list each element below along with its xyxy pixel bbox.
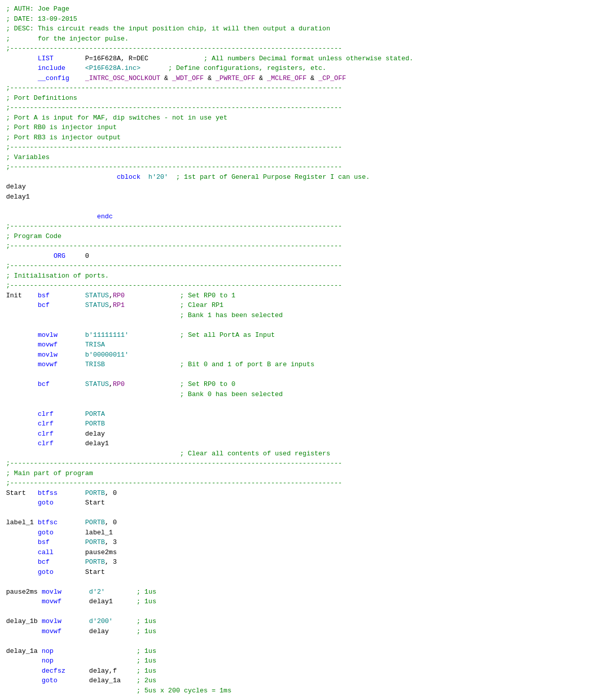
code-editor: ; AUTH: Joe Page ; DATE: 13-09-2015 ; DE…: [0, 0, 608, 700]
